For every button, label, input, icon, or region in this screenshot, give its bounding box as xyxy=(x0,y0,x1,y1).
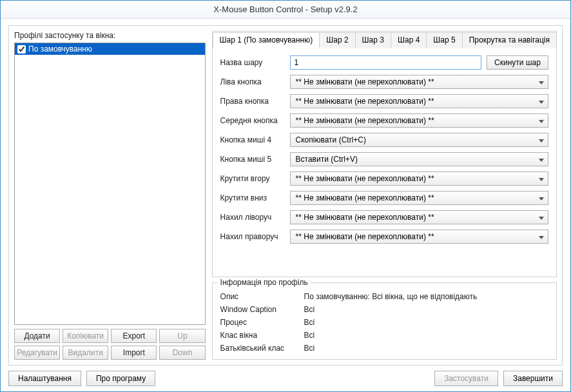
layer-name-label: Назва шару xyxy=(220,58,290,67)
info-parent-value: Всі xyxy=(304,344,315,353)
mouse5-combo[interactable]: Вставити (Ctrl+V) xyxy=(290,152,548,166)
tilt-left-label: Нахил ліворуч xyxy=(220,213,290,222)
import-button[interactable]: Import xyxy=(111,346,157,360)
profile-info-group: Інформація про профіль ОписПо замовчуван… xyxy=(212,282,557,360)
tilt-right-label: Нахил праворуч xyxy=(220,232,290,241)
layer-name-input[interactable] xyxy=(290,55,481,70)
edit-button[interactable]: Редагувати xyxy=(14,346,60,360)
tilt-right-combo[interactable]: ** Не змінювати (не перехоплювати) ** xyxy=(290,230,548,244)
right-button-combo[interactable]: ** Не змінювати (не перехоплювати) ** xyxy=(290,94,548,108)
export-button[interactable]: Export xyxy=(111,329,157,343)
info-caption-label: Window Caption xyxy=(220,305,304,314)
reset-layer-button[interactable]: Скинути шар xyxy=(487,55,548,70)
profile-list[interactable]: По замовчуванню xyxy=(14,43,206,325)
left-button-combo[interactable]: ** Не змінювати (не перехоплювати) ** xyxy=(290,75,548,89)
wheel-up-combo[interactable]: ** Не змінювати (не перехоплювати) ** xyxy=(290,172,548,186)
tab-layer2[interactable]: Шар 2 xyxy=(319,32,355,48)
wheel-up-label: Крутити вгору xyxy=(220,174,290,183)
middle-button-label: Середня кнопка xyxy=(220,116,290,125)
tab-layer4[interactable]: Шар 4 xyxy=(391,32,427,48)
info-class-label: Клас вікна xyxy=(220,331,304,340)
profile-checkbox[interactable] xyxy=(17,45,26,54)
info-desc-value: По замовчуванню: Всі вікна, що не відпов… xyxy=(304,292,478,301)
close-button[interactable]: Завершити xyxy=(503,371,563,386)
mouse4-label: Кнопка миші 4 xyxy=(220,135,290,144)
tab-layer5[interactable]: Шар 5 xyxy=(426,32,462,48)
about-button[interactable]: Про програму xyxy=(86,371,155,386)
tilt-left-combo[interactable]: ** Не змінювати (не перехоплювати) ** xyxy=(290,210,548,224)
wheel-down-combo[interactable]: ** Не змінювати (не перехоплювати) ** xyxy=(290,191,548,205)
profile-item-label: По замовчуванню xyxy=(28,44,92,54)
settings-button[interactable]: Налаштування xyxy=(8,371,81,386)
delete-button[interactable]: Видалити xyxy=(63,346,108,360)
info-class-value: Всі xyxy=(304,331,315,340)
mouse5-label: Кнопка миші 5 xyxy=(220,155,290,164)
info-process-label: Процес xyxy=(220,318,304,327)
window-title: X-Mouse Button Control - Setup v2.9.2 xyxy=(1,1,570,19)
info-process-value: Всі xyxy=(304,318,315,327)
profiles-label: Профілі застосунку та вікна: xyxy=(14,31,206,40)
copy-button[interactable]: Копіювати xyxy=(63,329,108,343)
apply-button[interactable]: Застосувати xyxy=(434,371,498,386)
tab-layer1[interactable]: Шар 1 (По замовчуванню) xyxy=(213,32,320,48)
tab-layer3[interactable]: Шар 3 xyxy=(355,32,391,48)
left-button-label: Ліва кнопка xyxy=(220,77,290,86)
info-parent-label: Батьківський клас xyxy=(220,344,304,353)
info-caption-value: Всі xyxy=(304,305,315,314)
profile-info-title: Інформація про профіль xyxy=(218,278,311,287)
tabs: Шар 1 (По замовчуванню) Шар 2 Шар 3 Шар … xyxy=(213,32,556,48)
down-button[interactable]: Down xyxy=(159,346,205,360)
info-desc-label: Опис xyxy=(220,292,304,301)
profile-item-default[interactable]: По замовчуванню xyxy=(15,43,205,55)
mouse4-combo[interactable]: Скопіювати (Ctrl+C) xyxy=(290,133,548,147)
add-button[interactable]: Додати xyxy=(14,329,60,343)
tab-scroll-nav[interactable]: Прокрутка та навігація xyxy=(462,32,557,48)
right-button-label: Права кнопка xyxy=(220,97,290,106)
middle-button-combo[interactable]: ** Не змінювати (не перехоплювати) ** xyxy=(290,113,548,128)
up-button[interactable]: Up xyxy=(159,329,205,343)
wheel-down-label: Крутити вниз xyxy=(220,193,290,202)
